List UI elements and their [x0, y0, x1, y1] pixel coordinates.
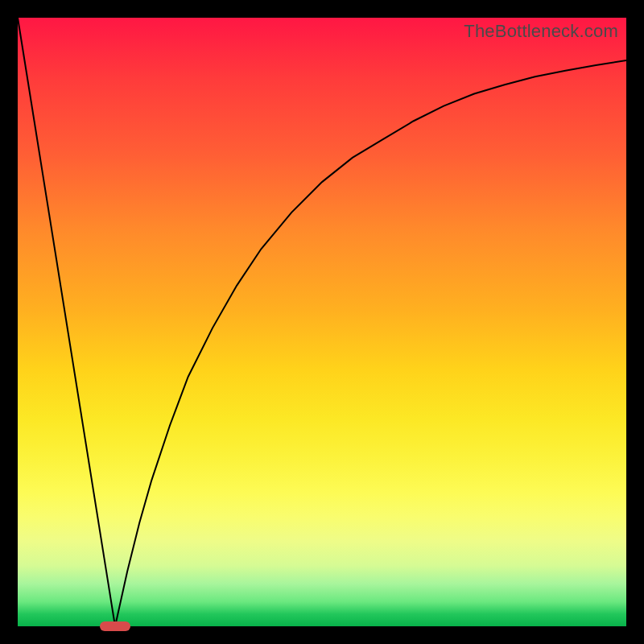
curve-left-leg	[18, 18, 115, 626]
plot-area: TheBottleneck.com	[18, 18, 626, 626]
bottleneck-marker	[100, 621, 130, 631]
curve-layer	[18, 18, 626, 626]
curve-right	[115, 60, 626, 626]
chart-frame: TheBottleneck.com	[0, 0, 644, 644]
